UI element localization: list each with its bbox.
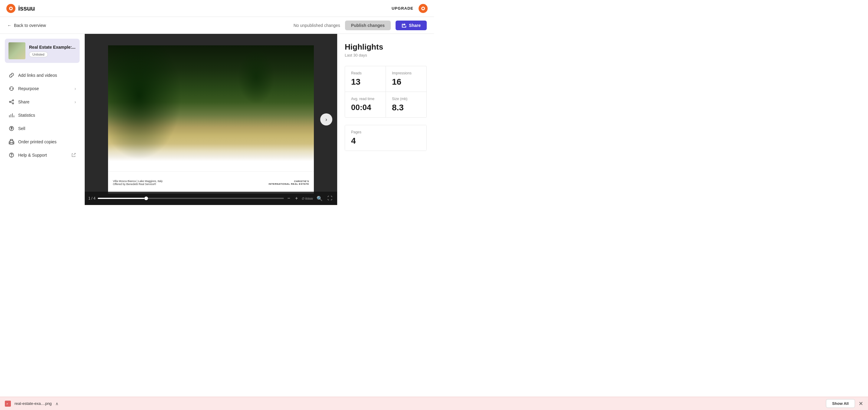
svg-rect-38 xyxy=(108,138,314,171)
sidebar-item-repurpose[interactable]: Repurpose › xyxy=(2,82,82,95)
external-link-icon xyxy=(71,153,76,158)
issuu-logo-icon xyxy=(6,4,16,13)
svg-rect-25 xyxy=(211,97,212,125)
sidebar-item-label-help: Help & Support xyxy=(18,153,47,158)
stat-size-value: 8.3 xyxy=(392,103,421,112)
highlights-panel: Highlights Last 30 days Reads 13 Impress… xyxy=(337,34,434,205)
svg-point-41 xyxy=(207,120,215,125)
svg-rect-31 xyxy=(256,97,257,125)
sidebar-item-add-links[interactable]: Add links and videos xyxy=(2,69,82,82)
stat-size-label: Size (mb) xyxy=(392,97,421,101)
svg-rect-14 xyxy=(108,45,314,171)
sidebar-item-help[interactable]: Help & Support xyxy=(2,149,82,162)
svg-rect-28 xyxy=(234,97,235,125)
svg-rect-26 xyxy=(218,97,219,125)
content-area: Villa Mosca Bianca | Lake Maggiore, Ital… xyxy=(85,34,434,205)
no-changes-text: No unpublished changes xyxy=(293,23,340,28)
sidebar-item-label-sell: Sell xyxy=(18,126,25,131)
footer-left-text: Villa Mosca Bianca | Lake Maggiore, Ital… xyxy=(113,180,162,186)
document-footer: Villa Mosca Bianca | Lake Maggiore, Ital… xyxy=(108,171,314,194)
share-icon xyxy=(402,23,406,28)
svg-rect-10 xyxy=(10,143,13,144)
sidebar-item-share[interactable]: Share › xyxy=(2,96,82,108)
zoom-in-button[interactable]: + xyxy=(294,195,299,202)
svg-rect-16 xyxy=(108,100,314,142)
publish-button[interactable]: Publish changes xyxy=(345,21,391,30)
svg-point-39 xyxy=(156,130,181,139)
svg-rect-11 xyxy=(10,139,13,141)
highlights-title: Highlights xyxy=(345,42,427,52)
upgrade-button[interactable]: UPGRADE xyxy=(392,6,413,10)
link-icon xyxy=(8,72,14,78)
svg-point-8 xyxy=(12,103,13,104)
svg-point-5 xyxy=(422,7,424,9)
back-button[interactable]: ← Back to overview xyxy=(7,23,46,28)
svg-rect-36 xyxy=(176,132,279,135)
svg-rect-23 xyxy=(196,97,197,125)
document-info: Real Estate Example:... Unlisted xyxy=(29,44,76,57)
stat-impressions-value: 16 xyxy=(392,77,421,87)
svg-rect-27 xyxy=(226,97,227,125)
chevron-down-icon-2: › xyxy=(74,100,76,104)
progress-bar[interactable] xyxy=(98,198,284,199)
sidebar: Real Estate Example:... Unlisted Add lin… xyxy=(0,34,85,205)
svg-rect-21 xyxy=(181,97,182,125)
stats-grid-pages: Pages 4 xyxy=(345,125,427,151)
back-label: Back to overview xyxy=(14,23,46,28)
top-navigation: issuu UPGRADE xyxy=(0,0,434,17)
stat-pages-value: 4 xyxy=(351,136,421,146)
nav-right: UPGRADE xyxy=(392,4,428,13)
share-icon xyxy=(8,99,14,105)
app-name: issuu xyxy=(18,4,35,12)
svg-rect-35 xyxy=(181,130,275,132)
back-arrow-icon: ← xyxy=(7,23,11,28)
stat-reads-label: Reads xyxy=(351,71,379,75)
svg-rect-33 xyxy=(190,125,266,128)
zoom-magnify-button[interactable]: 🔍 xyxy=(315,195,324,203)
sidebar-item-label-statistics: Statistics xyxy=(18,113,35,117)
document-viewer: Villa Mosca Bianca | Lake Maggiore, Ital… xyxy=(85,34,337,205)
print-icon xyxy=(8,139,14,145)
viewer-toolbar: 1 / 4 − + ⊙ issuu 🔍 ⛶ xyxy=(85,192,337,205)
svg-rect-32 xyxy=(264,97,265,125)
main-layout: Real Estate Example:... Unlisted Add lin… xyxy=(0,34,434,205)
stat-avg-value: 00:04 xyxy=(351,103,379,112)
zoom-out-button[interactable]: − xyxy=(286,195,291,202)
share-button[interactable]: Share xyxy=(396,21,427,30)
secondary-toolbar: ← Back to overview No unpublished change… xyxy=(0,17,434,34)
sidebar-item-label-add-links: Add links and videos xyxy=(18,73,57,78)
fullscreen-button[interactable]: ⛶ xyxy=(326,195,334,202)
document-page-image xyxy=(108,45,314,171)
sidebar-item-order-prints[interactable]: Order printed copies xyxy=(2,135,82,148)
dollar-icon xyxy=(8,126,14,132)
issuu-watermark: ⊙ issuu xyxy=(302,197,313,201)
svg-point-40 xyxy=(247,130,272,139)
document-status-badge: Unlisted xyxy=(29,52,48,57)
svg-rect-19 xyxy=(175,95,278,125)
document-page: Villa Mosca Bianca | Lake Maggiore, Ital… xyxy=(108,45,314,194)
toolbar-right: No unpublished changes Publish changes S… xyxy=(293,21,427,30)
document-title: Real Estate Example:... xyxy=(29,44,76,50)
stat-pages-label: Pages xyxy=(351,130,421,134)
next-page-button[interactable]: › xyxy=(320,113,332,126)
svg-rect-29 xyxy=(241,97,242,125)
sidebar-item-sell[interactable]: Sell xyxy=(2,122,82,135)
progress-fill xyxy=(98,198,144,199)
stat-reads: Reads 13 xyxy=(345,66,385,92)
svg-point-7 xyxy=(9,101,10,102)
chart-icon xyxy=(8,112,14,118)
sidebar-item-statistics[interactable]: Statistics xyxy=(2,109,82,122)
stat-impressions: Impressions 16 xyxy=(386,66,427,92)
highlights-subtitle: Last 30 days xyxy=(345,53,427,58)
repurpose-icon xyxy=(8,86,14,92)
stat-avg-read-time: Avg. read time 00:04 xyxy=(345,92,385,117)
svg-rect-20 xyxy=(175,100,278,101)
sidebar-item-label-repurpose: Repurpose xyxy=(18,86,39,91)
help-icon xyxy=(8,152,14,158)
stats-grid: Reads 13 Impressions 16 Avg. read time 0… xyxy=(345,66,427,117)
thumbnail-image xyxy=(8,42,25,59)
page-indicator: 1 / 4 xyxy=(88,196,95,201)
document-card: Real Estate Example:... Unlisted xyxy=(5,39,80,63)
stat-impressions-label: Impressions xyxy=(392,71,421,75)
svg-rect-37 xyxy=(165,135,290,138)
